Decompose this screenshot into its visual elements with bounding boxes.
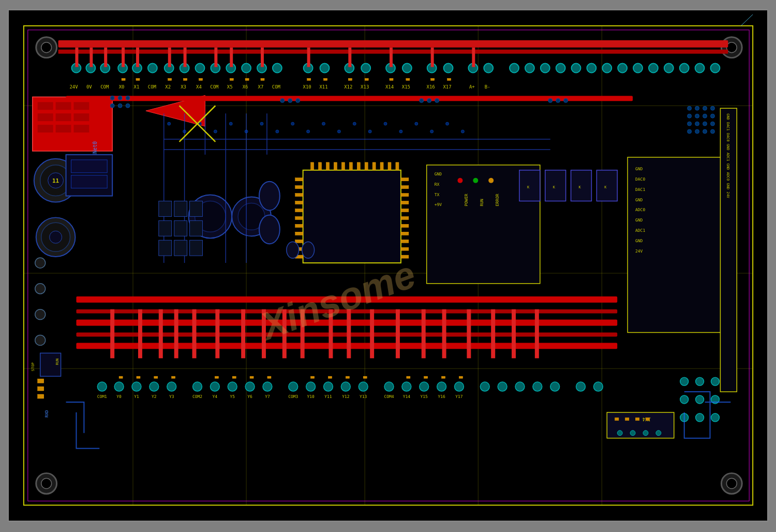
svg-rect-341 <box>122 78 125 80</box>
svg-rect-303 <box>174 201 187 217</box>
svg-point-234 <box>228 382 237 391</box>
svg-rect-130 <box>295 186 303 189</box>
svg-rect-140 <box>401 178 409 181</box>
svg-text:COM: COM <box>148 84 156 90</box>
svg-point-8 <box>41 478 52 489</box>
svg-point-399 <box>688 122 692 126</box>
svg-rect-321 <box>38 394 44 398</box>
svg-rect-106 <box>38 125 53 132</box>
svg-rect-367 <box>346 376 349 378</box>
svg-rect-84 <box>89 48 93 67</box>
svg-text:GND: GND <box>635 198 643 202</box>
svg-rect-85 <box>104 48 107 67</box>
svg-rect-325 <box>625 418 629 421</box>
svg-rect-349 <box>307 78 311 80</box>
svg-rect-146 <box>401 224 409 227</box>
svg-point-392 <box>695 106 699 110</box>
svg-point-379 <box>110 104 114 108</box>
svg-point-43 <box>510 64 519 73</box>
svg-rect-356 <box>447 78 451 80</box>
svg-rect-348 <box>261 78 264 80</box>
svg-rect-155 <box>341 162 345 170</box>
svg-point-378 <box>126 96 130 100</box>
svg-text:X7: X7 <box>258 84 264 90</box>
svg-text:X15: X15 <box>402 84 410 90</box>
svg-point-333 <box>696 377 704 386</box>
svg-point-235 <box>245 382 255 391</box>
svg-rect-222 <box>442 309 446 359</box>
svg-text:Y3: Y3 <box>169 394 174 399</box>
svg-rect-83 <box>75 48 78 67</box>
svg-rect-368 <box>363 376 367 378</box>
svg-point-246 <box>454 382 464 391</box>
svg-rect-211 <box>192 309 197 359</box>
svg-point-405 <box>703 129 707 134</box>
svg-point-397 <box>703 114 707 118</box>
svg-point-118 <box>35 309 46 320</box>
pcb-svg: 24V 0V COM X0 X1 COM X2 X3 X4 COM X5 X6 … <box>9 10 767 521</box>
svg-text:X16: X16 <box>427 84 435 90</box>
svg-rect-308 <box>159 240 172 256</box>
svg-rect-324 <box>615 418 619 421</box>
svg-text:DAC0: DAC0 <box>635 177 645 182</box>
svg-rect-201 <box>66 96 633 101</box>
svg-point-400 <box>695 122 699 126</box>
svg-point-50 <box>618 64 627 73</box>
svg-point-116 <box>35 258 46 268</box>
svg-text:STOP: STOP <box>31 362 35 371</box>
svg-rect-153 <box>326 162 329 170</box>
svg-text:+9V: +9V <box>435 202 442 207</box>
svg-point-402 <box>710 122 714 126</box>
svg-point-173 <box>488 178 494 183</box>
svg-rect-136 <box>295 232 303 235</box>
svg-text:RUN: RUN <box>55 359 59 365</box>
svg-text:X6: X6 <box>243 84 248 90</box>
svg-rect-108 <box>73 125 89 132</box>
svg-point-47 <box>572 64 581 73</box>
svg-rect-89 <box>184 48 187 67</box>
svg-point-172 <box>473 178 478 183</box>
svg-point-229 <box>132 382 141 391</box>
svg-point-329 <box>630 431 635 436</box>
svg-text:Y7: Y7 <box>265 394 270 399</box>
svg-point-52 <box>649 64 658 73</box>
svg-point-249 <box>515 382 525 391</box>
svg-text:ADC0: ADC0 <box>635 208 645 212</box>
svg-point-10 <box>726 478 737 489</box>
svg-point-119 <box>35 335 46 345</box>
svg-point-386 <box>427 98 431 102</box>
svg-rect-210 <box>174 309 178 359</box>
svg-point-250 <box>533 382 542 391</box>
svg-rect-346 <box>230 78 233 80</box>
svg-point-230 <box>150 382 159 391</box>
svg-rect-156 <box>349 162 352 170</box>
svg-rect-355 <box>431 78 435 80</box>
svg-point-401 <box>703 122 707 126</box>
svg-text:X12: X12 <box>344 84 352 90</box>
svg-rect-319 <box>38 379 44 383</box>
svg-point-30 <box>242 64 251 73</box>
svg-rect-157 <box>357 162 360 170</box>
svg-rect-93 <box>307 48 310 67</box>
svg-rect-357 <box>119 376 123 378</box>
svg-point-283 <box>307 130 310 133</box>
svg-text:A+: A+ <box>469 84 475 90</box>
svg-text:GND: GND <box>635 218 643 223</box>
svg-text:POWER: POWER <box>464 194 469 206</box>
svg-rect-149 <box>401 247 409 250</box>
svg-rect-177 <box>596 170 617 201</box>
svg-text:X5: X5 <box>227 84 233 90</box>
svg-text:Y6: Y6 <box>247 394 252 399</box>
svg-rect-353 <box>390 78 393 80</box>
svg-rect-107 <box>56 125 71 132</box>
svg-text:RUN: RUN <box>480 199 484 206</box>
svg-text:RX: RX <box>435 182 440 187</box>
svg-point-27 <box>196 64 205 73</box>
svg-text:24V: 24V <box>69 84 78 90</box>
svg-point-334 <box>711 377 719 386</box>
svg-point-241 <box>359 382 368 391</box>
svg-rect-94 <box>348 48 351 67</box>
svg-text:X0: X0 <box>119 84 125 90</box>
svg-point-36 <box>361 64 370 73</box>
svg-point-331 <box>656 431 661 436</box>
